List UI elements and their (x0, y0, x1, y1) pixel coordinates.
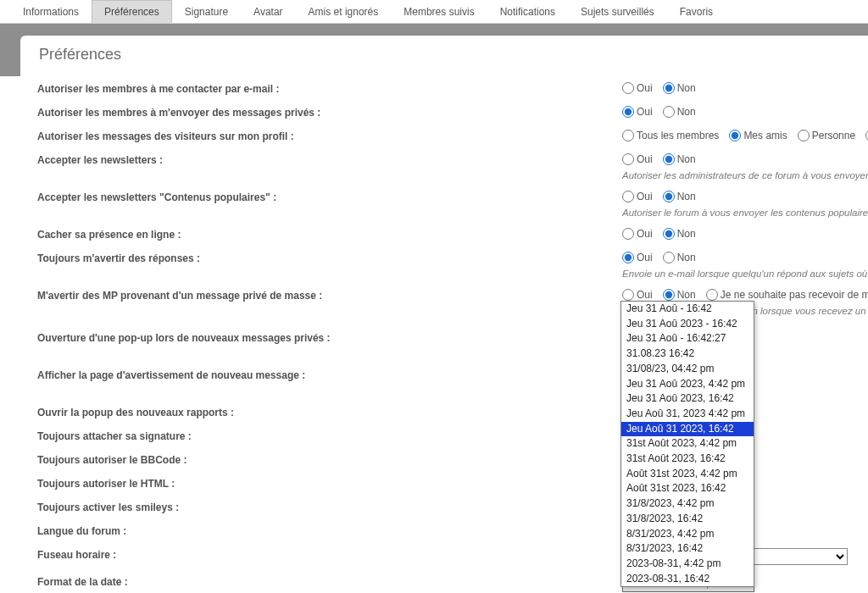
row-visitor-msgs: Autoriser les messages des visiteurs sur… (37, 130, 868, 145)
contact-email-non[interactable]: Non (663, 82, 696, 94)
always-notify-help: Envoie un e-mail lorsque quelqu'un répon… (622, 269, 868, 279)
date-option[interactable]: 31st Août 2023, 4:42 pm (621, 436, 754, 452)
label-attach-sig: Toujours attacher sa signature : (37, 430, 622, 442)
row-contact-email: Autoriser les membres à me contacter par… (37, 82, 868, 97)
row-hide-online: Cacher sa présence en ligne : Oui Non (37, 228, 868, 243)
visitor-none[interactable]: Personne (798, 130, 855, 141)
row-newsletter-pop: Accepter les newsletters "Contenus popul… (37, 191, 868, 206)
date-option[interactable]: 2023-08-31, 4:42 pm (621, 557, 754, 572)
pm-mass-none[interactable]: Je ne souhaite pas recevoir de message (706, 289, 868, 301)
newsletter-pop-help: Autoriser le forum à vous envoyer les co… (622, 208, 868, 218)
always-notify-non[interactable]: Non (663, 252, 696, 263)
label-hide-online: Cacher sa présence en ligne : (37, 228, 622, 241)
newsletter-pop-non[interactable]: Non (663, 191, 696, 202)
contact-email-oui[interactable]: Oui (622, 82, 653, 94)
newsletter-help: Autoriser les administrateurs de ce foru… (622, 170, 868, 180)
date-option[interactable]: 31st Août 2023, 16:42 (621, 452, 754, 467)
pm-mass-non[interactable]: Non (663, 289, 696, 301)
date-option[interactable]: Jeu Aoû 31, 2023 4:42 pm (621, 407, 754, 422)
row-newsletter: Accepter les newsletters : Oui Non (37, 153, 868, 169)
send-pm-oui[interactable]: Oui (622, 106, 653, 118)
label-send-pm: Autoriser les membres à m'envoyer des me… (37, 106, 622, 119)
label-enable-smileys: Toujours activer les smileys : (37, 501, 622, 513)
tab-bar: Informations Préférences Signature Avata… (0, 0, 868, 24)
visitor-friends[interactable]: Mes amis (729, 130, 787, 141)
label-visitor-msgs: Autoriser les messages des visiteurs sur… (37, 130, 622, 142)
label-allow-html: Toujours autoriser le HTML : (37, 477, 622, 490)
newsletter-pop-oui[interactable]: Oui (622, 191, 653, 202)
row-send-pm: Autoriser les membres à m'envoyer des me… (37, 106, 868, 121)
tab-friends[interactable]: Amis et ignorés (296, 0, 392, 23)
date-option[interactable]: Jeu 31 Aoû 2023, 4:42 pm (621, 377, 754, 392)
label-warn-msg: Afficher la page d'avertissement de nouv… (37, 369, 622, 381)
date-option[interactable]: 31.08.23 16:42 (621, 346, 754, 362)
date-option[interactable]: 8/31/2023, 16:42 (621, 541, 754, 557)
label-contact-email: Autoriser les membres à me contacter par… (37, 82, 622, 95)
newsletter-oui[interactable]: Oui (622, 153, 653, 165)
label-popup-reports: Ouvrir la popup des nouveaux rapports : (37, 406, 622, 418)
label-forum-lang: Langue du forum : (37, 524, 622, 537)
pm-mass-oui[interactable]: Oui (622, 289, 653, 301)
label-pm-mass: M'avertir des MP provenant d'un message … (37, 289, 622, 302)
date-option[interactable]: 31/8/2023, 16:42 (621, 512, 754, 527)
label-newsletter: Accepter les newsletters : (37, 153, 622, 166)
tab-signature[interactable]: Signature (172, 0, 241, 23)
row-always-notify: Toujours m'avertir des réponses : Oui No… (37, 252, 868, 267)
date-option[interactable]: Jeu 31 Aoû 2023, 16:42 (621, 391, 754, 407)
visitor-all[interactable]: Tous les membres (622, 130, 719, 141)
date-option[interactable]: Août 31st 2023, 4:42 pm (621, 467, 754, 482)
date-option[interactable]: 2023-08-31, 16:42 (621, 572, 754, 587)
label-always-notify: Toujours m'avertir des réponses : (37, 252, 622, 264)
date-option-selected[interactable]: Jeu Aoû 31 2023, 16:42 (621, 422, 754, 437)
label-newsletter-pop: Accepter les newsletters "Contenus popul… (37, 191, 622, 203)
date-option[interactable]: 8/31/2023, 4:42 pm (621, 527, 754, 542)
tab-informations[interactable]: Informations (10, 0, 92, 23)
tab-notifications[interactable]: Notifications (487, 0, 568, 23)
page-title: Préférences (39, 46, 868, 64)
label-date-format: Format de la date : (37, 575, 622, 588)
tab-favorites[interactable]: Favoris (667, 0, 726, 23)
tab-preferences[interactable]: Préférences (92, 0, 172, 23)
label-allow-bbcode: Toujours autoriser le BBCode : (37, 453, 622, 466)
label-timezone: Fuseau horaire : (37, 548, 622, 561)
always-notify-oui[interactable]: Oui (622, 252, 653, 263)
date-option[interactable]: Août 31st 2023, 16:42 (621, 481, 754, 496)
date-option[interactable]: Jeu 31 Aoû - 16:42 (621, 302, 754, 317)
date-option[interactable]: Jeu 31 Aoû 2023 - 16:42 (621, 317, 754, 332)
tab-avatar[interactable]: Avatar (241, 0, 295, 23)
hide-online-oui[interactable]: Oui (622, 228, 653, 240)
dateformat-listbox[interactable]: Jeu 31 Aoû - 16:42 Jeu 31 Aoû 2023 - 16:… (620, 301, 754, 587)
label-popup-pm: Ouverture d'une pop-up lors de nouveaux … (37, 331, 622, 344)
date-option[interactable]: 31/08/23, 04:42 pm (621, 362, 754, 377)
tab-following[interactable]: Membres suivis (391, 0, 487, 23)
send-pm-non[interactable]: Non (663, 106, 696, 118)
hide-online-non[interactable]: Non (663, 228, 696, 240)
date-option[interactable]: 31/8/2023, 4:42 pm (621, 496, 754, 512)
date-option[interactable]: Jeu 31 Aoû - 16:42:27 (621, 331, 754, 346)
tab-watched[interactable]: Sujets surveillés (568, 0, 667, 23)
newsletter-non[interactable]: Non (663, 153, 696, 165)
